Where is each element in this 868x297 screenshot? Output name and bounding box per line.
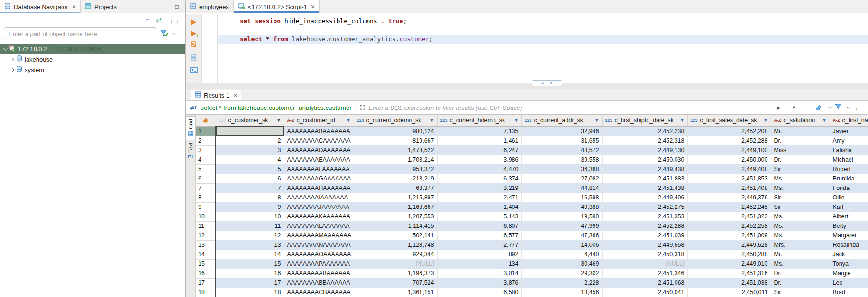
grid-cell[interactable]: [NULL] <box>602 259 687 269</box>
grid-cell[interactable]: 953,372 <box>354 164 437 174</box>
grid-cell[interactable]: 2,450,318 <box>602 250 687 259</box>
row-number[interactable]: 15 <box>196 259 216 269</box>
grid-cell[interactable]: 2,451,323 <box>687 212 771 221</box>
grid-cell[interactable]: Mr. <box>771 126 830 136</box>
link-with-editor-icon[interactable]: ⇄ <box>156 17 162 23</box>
apply-filter-icon[interactable]: ▶ <box>777 105 781 111</box>
row-number[interactable]: 10 <box>196 212 216 221</box>
grid-cell[interactable]: 18 <box>216 288 284 297</box>
grid-cell[interactable]: Ms. <box>771 259 830 269</box>
grid-cell[interactable]: Dr. <box>771 278 830 288</box>
row-number[interactable]: 17 <box>196 278 216 288</box>
grid-cell[interactable]: AAAAAAAABBAAAAAA <box>284 278 354 288</box>
grid-cell[interactable]: 2,451,039 <box>602 231 687 240</box>
grid-cell[interactable]: Amy <box>830 136 868 145</box>
grid-cell[interactable]: 9 <box>216 202 284 212</box>
column-sort-icon[interactable]: ▼ <box>514 116 519 125</box>
grid-cell[interactable]: 2,452,288 <box>602 221 687 231</box>
grid-cell[interactable]: 27,082 <box>521 174 602 183</box>
grid-cell[interactable]: 6 <box>216 174 284 183</box>
grid-cell[interactable]: Dr. <box>771 136 830 145</box>
filter-settings-icon[interactable] <box>160 30 168 38</box>
tab-results-1[interactable]: Results 1 × <box>191 90 241 100</box>
column-sort-icon[interactable]: ▼ <box>764 116 768 125</box>
grid-cell[interactable]: 2,451,408 <box>687 183 771 193</box>
tab-script-1[interactable]: <172.18.0.2> Script-1 × <box>233 0 320 13</box>
grid-cell[interactable]: 980,124 <box>354 126 437 136</box>
grid-cell[interactable]: AAAAAAAAFAAAAAAA <box>284 164 354 174</box>
grid-cell[interactable]: 68,377 <box>354 183 437 193</box>
grid-cell[interactable]: 134 <box>437 259 521 269</box>
grid-cell[interactable]: 1 <box>216 126 284 136</box>
grid-cell[interactable]: 12 <box>216 231 284 240</box>
editor-body[interactable]: set session hide_inaccessible_columns = … <box>202 14 868 83</box>
grid-cell[interactable]: Mrs. <box>771 240 830 250</box>
sash-collapse-controls[interactable]: ▲ ▼ <box>532 80 562 86</box>
grid-cell[interactable]: 707,524 <box>354 278 437 288</box>
grid-cell[interactable]: Ms. <box>771 183 830 193</box>
grid-cell[interactable]: 2,452,238 <box>602 126 687 136</box>
row-number[interactable]: 18 <box>196 288 216 297</box>
row-number[interactable]: 8 <box>196 193 216 202</box>
sash-down-icon[interactable]: ▼ <box>549 81 553 85</box>
grid-cell[interactable]: Lee <box>830 278 868 288</box>
side-tab-grid[interactable]: Grid <box>186 116 196 140</box>
filter-query-text[interactable]: select * from lakehouse.customer_analyti… <box>201 104 352 111</box>
grid-cell[interactable]: 2,452,258 <box>687 221 771 231</box>
grid-cell[interactable]: Latisha <box>830 145 868 155</box>
grid-cell[interactable]: 48,572 <box>521 145 602 155</box>
grid-cell[interactable]: AAAAAAAAJAAAAAAA <box>284 202 354 212</box>
grid-cell[interactable]: 36,368 <box>521 164 602 174</box>
grid-cell[interactable]: 6,440 <box>521 250 602 259</box>
row-number[interactable]: 11 <box>196 221 216 231</box>
grid-cell[interactable]: 892 <box>437 250 521 259</box>
tab-database-navigator[interactable]: Database Navigator × <box>0 0 81 13</box>
grid-cell[interactable]: AAAAAAAAMAAAAAAA <box>284 231 354 240</box>
column-header-c_current_cdemo_sk[interactable]: 123c_current_cdemo_sk▼ <box>354 115 437 126</box>
grid-cell[interactable]: 2,471 <box>437 193 521 202</box>
grid-cell[interactable]: Sir <box>771 288 830 297</box>
grid-cell[interactable]: 2,450,030 <box>602 155 687 164</box>
grid-cell[interactable]: Robert <box>830 164 868 174</box>
code-line[interactable]: select * from lakehouse.customer_analyti… <box>218 35 868 44</box>
grid-cell[interactable]: Karl <box>830 202 868 212</box>
column-header-c_first_shipto_date_sk[interactable]: 123c_first_shipto_date_sk▼ <box>602 115 687 126</box>
column-header-c_customer_sk[interactable]: 123c_customer_sk▼ <box>216 115 284 126</box>
row-number[interactable]: 13 <box>196 240 216 250</box>
grid-cell[interactable]: 2,450,288 <box>687 250 771 259</box>
grid-cell[interactable]: AAAAAAAAABAAAAAA <box>284 269 354 278</box>
column-header-c_salutation[interactable]: A-Zc_salutation▼ <box>771 115 830 126</box>
chevron-down-icon[interactable] <box>3 46 8 51</box>
row-number[interactable]: 14 <box>196 250 216 259</box>
grid-cell[interactable]: 2,449,628 <box>687 240 771 250</box>
grid-cell[interactable]: 2,452,245 <box>687 202 771 212</box>
grid-cell[interactable]: 1,114,415 <box>354 221 437 231</box>
grid-cell[interactable]: AAAAAAAADAAAAAAA <box>284 145 354 155</box>
column-sort-icon[interactable]: ▼ <box>277 116 281 125</box>
grid-cell[interactable]: 5 <box>216 164 284 174</box>
grid-cell[interactable]: 2,451,883 <box>602 174 687 183</box>
grid-cell[interactable]: Ms. <box>771 174 830 183</box>
grid-cell[interactable]: Fonda <box>830 183 868 193</box>
grid-cell[interactable]: 2,451,009 <box>687 231 771 240</box>
grid-cell[interactable]: 44,814 <box>521 183 602 193</box>
grid-cell[interactable]: 4 <box>216 155 284 164</box>
grid-cell[interactable]: Dr. <box>771 269 830 278</box>
column-header-c_current_addr_sk[interactable]: 123c_current_addr_sk▼ <box>521 115 602 126</box>
close-icon[interactable]: × <box>72 3 76 10</box>
grid-corner-cell[interactable]: ◉ <box>196 115 216 126</box>
grid-cell[interactable]: AAAAAAAAGAAAAAAA <box>284 174 354 183</box>
grid-cell[interactable]: 1,703,214 <box>354 155 437 164</box>
close-icon[interactable]: × <box>311 3 315 10</box>
grid-cell[interactable]: 6,247 <box>437 145 521 155</box>
column-sort-icon[interactable]: ▼ <box>822 116 827 125</box>
grid-cell[interactable]: AAAAAAAAHAAAAAAA <box>284 183 354 193</box>
grid-cell[interactable]: 2,452,275 <box>602 202 687 212</box>
grid-cell[interactable]: Mr. <box>771 250 830 259</box>
row-number[interactable]: 4 <box>196 155 216 164</box>
grid-cell[interactable]: 14 <box>216 250 284 259</box>
chevron-right-icon[interactable] <box>11 57 14 61</box>
column-sort-icon[interactable]: ▼ <box>680 116 685 125</box>
grid-cell[interactable]: 13 <box>216 240 284 250</box>
grid-cell[interactable]: 31,655 <box>521 136 602 145</box>
